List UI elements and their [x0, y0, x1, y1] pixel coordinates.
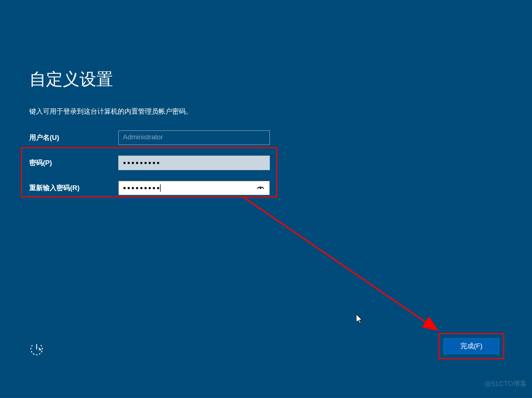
- password-row: 密码(P) ●●●●●●●●●: [29, 155, 501, 171]
- reveal-password-icon[interactable]: [256, 183, 265, 193]
- username-label: 用户名(U): [29, 133, 118, 142]
- page-title: 自定义设置: [29, 68, 501, 91]
- username-field: Administrator: [118, 130, 270, 145]
- password-field[interactable]: ●●●●●●●●●: [118, 156, 270, 170]
- watermark: @51CTO博客: [484, 379, 527, 389]
- password-label: 密码(P): [29, 158, 118, 168]
- confirm-password-field[interactable]: ●●●●●●●●●: [118, 181, 270, 195]
- annotation-arrow: [244, 197, 443, 334]
- confirm-password-row: 重新输入密码(R) ●●●●●●●●●: [29, 180, 501, 196]
- page-subtitle: 键入可用于登录到这台计算机的内置管理员帐户密码。: [29, 107, 501, 116]
- finish-button[interactable]: 完成(F): [444, 338, 499, 354]
- username-row: 用户名(U) Administrator: [29, 130, 501, 146]
- confirm-password-value: ●●●●●●●●●: [123, 185, 161, 191]
- settings-container: 自定义设置 键入可用于登录到这台计算机的内置管理员帐户密码。 用户名(U) Ad…: [29, 68, 501, 205]
- svg-line-2: [244, 197, 436, 329]
- mouse-cursor-icon: [356, 314, 364, 325]
- accessibility-icon[interactable]: [29, 342, 44, 357]
- svg-point-0: [260, 187, 262, 189]
- text-cursor: [160, 184, 161, 192]
- confirm-password-label: 重新输入密码(R): [29, 183, 118, 193]
